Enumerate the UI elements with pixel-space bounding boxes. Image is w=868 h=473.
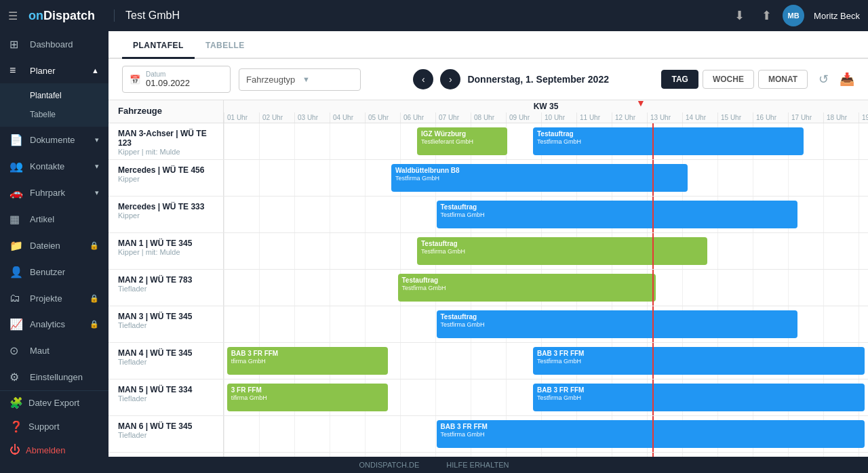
sidebar-label-dokumente: Dokumente [30, 135, 75, 145]
grid-line [576, 453, 612, 457]
current-time-line [652, 379, 654, 415]
grid-line [294, 453, 330, 457]
event-block[interactable]: TestauftragTestfirma GmbH [398, 274, 656, 302]
hamburger-icon[interactable]: ☰ [8, 9, 18, 22]
event-sub: Testfirma GmbH [421, 248, 703, 256]
event-block[interactable]: TestauftragTestfirma GmbH [437, 310, 797, 338]
view-tag-button[interactable]: TAG [661, 70, 698, 89]
user-avatar[interactable]: MB [783, 5, 804, 26]
event-sub: tifirma GmbH [231, 394, 384, 403]
footer-link-ondispatch[interactable]: ONDISPATCH.DE [359, 461, 420, 469]
tab-tabelle[interactable]: TABELLE [195, 31, 256, 59]
hour-cell: 01 Uhr [224, 112, 259, 123]
lock-icon-analytics: 🔒 [90, 320, 99, 329]
grid-line [823, 233, 859, 269]
sidebar-label-dateien: Dateien [30, 241, 60, 251]
sidebar-item-benutzer[interactable]: 👤 Benutzer [0, 259, 108, 285]
grid-line [823, 453, 859, 457]
upload-icon[interactable]: ⬆ [755, 5, 777, 26]
table-row: MAN 2 | WÜ TE 783TiefladerTestauftragTes… [108, 270, 868, 306]
next-day-button[interactable]: › [440, 69, 460, 89]
grid-line [717, 270, 753, 306]
event-block[interactable]: BAB 3 FR FFMTestfirma GmbH [437, 420, 865, 448]
sidebar-label-projekte: Projekte [30, 293, 62, 304]
event-block[interactable]: Waldbüttelbrunn B8Testfirma GmbH [391, 164, 688, 192]
view-monat-button[interactable]: MONAT [758, 70, 808, 89]
event-title: BAB 3 FR FFM [537, 386, 861, 394]
dateien-icon: 📁 [9, 239, 23, 252]
sidebar-item-plantafel[interactable]: Plantafel [0, 86, 108, 105]
grid-line [435, 379, 471, 415]
sidebar-item-artikel[interactable]: ▦ Artikel [0, 206, 108, 232]
vehicle-type: Kipper | mit: Mulde [118, 148, 214, 156]
sidebar-item-tabelle[interactable]: Tabelle [0, 105, 108, 124]
sidebar-item-dashboard[interactable]: ⊞ Dashboard [0, 31, 108, 58]
sidebar-item-dokumente[interactable]: 📄 Dokumente ▾ [0, 127, 108, 153]
hour-cell: 13 Uhr [647, 112, 682, 123]
current-time-line [652, 197, 654, 232]
vehicle-type: Tieflader [118, 321, 214, 329]
hours-header: KW 35 ▼ 01 Uhr02 Uhr03 Uhr04 Uhr05 Uhr06… [224, 100, 868, 123]
kontakte-icon: 👥 [9, 160, 23, 173]
event-block[interactable]: TestauftragTestfirma GmbH [533, 127, 804, 155]
sidebar-item-datev[interactable]: 🧩 Datev Export [0, 391, 108, 415]
view-woche-button[interactable]: WOCHE [703, 70, 754, 89]
sidebar-item-kontakte[interactable]: 👥 Kontakte ▾ [0, 153, 108, 180]
kw-banner: KW 35 ▼ [224, 100, 868, 112]
hour-cell: 07 Uhr [435, 112, 471, 123]
sidebar-item-abmelden[interactable]: ⏻ Abmelden [0, 438, 108, 457]
sidebar-item-fuhrpark[interactable]: 🚗 Fuhrpark ▾ [0, 180, 108, 206]
history-icon[interactable]: ↺ [818, 72, 829, 87]
event-title: 3 FR FFM [231, 386, 384, 394]
projekte-icon: 🗂 [9, 292, 23, 304]
table-row: MAN 4 | WÜ TE 345TiefladerBAB 3 FR FFMtf… [108, 343, 868, 379]
download-icon[interactable]: ⬇ [728, 5, 750, 26]
grid-line [471, 379, 506, 415]
export-icon[interactable]: 📥 [840, 72, 854, 87]
grid-line [541, 453, 576, 457]
current-time-line [652, 270, 654, 306]
grid-line [400, 453, 435, 457]
grid-line [859, 453, 868, 457]
grid-line [788, 270, 823, 306]
grid-line [330, 453, 365, 457]
grid-line [859, 270, 868, 306]
hours-row: 01 Uhr02 Uhr03 Uhr04 Uhr05 Uhr06 Uhr07 U… [224, 112, 868, 123]
tab-plantafel[interactable]: PLANTAFEL [122, 31, 195, 59]
date-input-wrap[interactable]: 📅 Datum 01.09.2022 [122, 66, 231, 93]
sidebar-item-dateien[interactable]: 📁 Dateien 🔒 [0, 232, 108, 259]
main-layout: ⊞ Dashboard ≡ Planer ▲ Plantafel Tabelle… [0, 31, 868, 457]
sidebar-item-einstellungen[interactable]: ⚙ Einstellungen [0, 364, 108, 390]
sidebar-item-planer[interactable]: ≡ Planer ▲ [0, 58, 108, 83]
event-title: Testauftrag [441, 203, 793, 211]
event-block[interactable]: BAB 3 FR FFMTestfirma GmbH [533, 384, 865, 411]
sidebar-item-support[interactable]: ❓ Support [0, 415, 108, 438]
event-block[interactable]: IGZ WürzburgTestlieferant GmbH [417, 127, 507, 155]
sidebar-item-projekte[interactable]: 🗂 Projekte 🔒 [0, 285, 108, 311]
footer-link-hilfe[interactable]: HILFE ERHALTEN [446, 461, 509, 469]
event-sub: Testlieferant GmbH [421, 138, 503, 146]
event-block[interactable]: BAB 3 FR FFMtfirma GmbH [227, 347, 389, 375]
table-row: MAN 7 | WÜ TE 332TiefladerBAB 3 FR FFMTe… [108, 453, 868, 457]
planer-icon: ≡ [9, 64, 23, 77]
event-block[interactable]: BAB 3 FR FFMTestfirma GmbH [533, 347, 865, 375]
grid-line [471, 453, 506, 457]
fuhrpark-icon: 🚗 [9, 186, 23, 199]
grid-line [224, 123, 259, 159]
current-time-line [652, 123, 654, 159]
event-block[interactable]: TestauftragTestfirma GmbH [417, 237, 707, 265]
event-title: BAB 3 FR FFM [231, 349, 384, 358]
event-block[interactable]: TestauftragTestfirma GmbH [437, 201, 797, 228]
prev-day-button[interactable]: ‹ [413, 69, 433, 89]
event-sub: tfirma GmbH [231, 358, 384, 366]
vehicle-type-filter[interactable]: Fahrzeugtyp ▼ [239, 68, 361, 91]
sidebar-item-maut[interactable]: ⊙ Maut [0, 337, 108, 364]
table-row: Mercedes | WÜ TE 456KipperWaldbüttelbrun… [108, 160, 868, 197]
sidebar-item-analytics[interactable]: 📈 Analytics 🔒 [0, 311, 108, 337]
grid-line [753, 453, 788, 457]
grid-line [753, 160, 788, 196]
sidebar-sub-planer: Plantafel Tabelle [0, 83, 108, 127]
vehicle-name: Mercedes | WÜ TE 333 [118, 202, 214, 211]
event-block[interactable]: 3 FR FFMtifirma GmbH [227, 384, 389, 411]
grid-line [365, 453, 400, 457]
